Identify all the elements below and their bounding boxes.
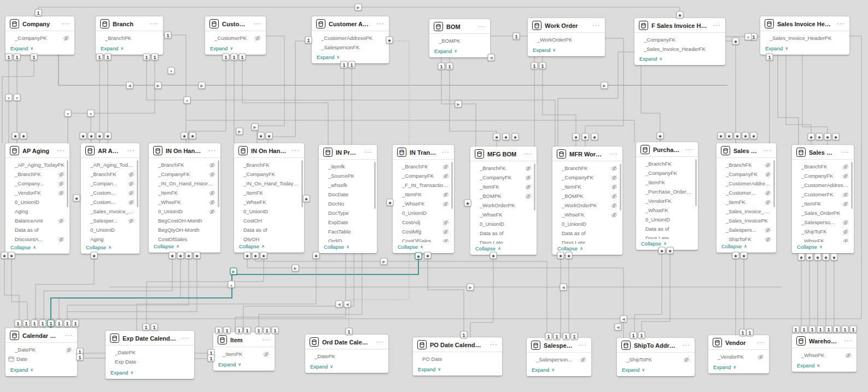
table-card-salesperson[interactable]: Salesperson···_Salesperson...Expand∨ <box>527 338 591 376</box>
collapse-toggle[interactable]: Collapse∧ <box>470 244 537 255</box>
model-canvas[interactable]: Company···_CompanyPKExpand∨Branch···_Bra… <box>0 0 868 392</box>
expand-toggle[interactable]: Expand∨ <box>617 365 695 376</box>
field-expdate[interactable]: ExpDate <box>319 218 377 227</box>
field-po-date[interactable]: PO Date <box>413 354 502 364</box>
hidden-eye-icon[interactable] <box>765 236 771 242</box>
relationship-line[interactable] <box>268 41 312 143</box>
field-f-in-transactionpk[interactable]: _F_IN_TransactionPK <box>393 180 454 190</box>
hidden-eye-icon[interactable] <box>765 227 771 233</box>
scrollbar-thumb[interactable] <box>218 160 219 207</box>
more-options-button[interactable]: ··· <box>684 148 694 152</box>
field-costadj[interactable]: CostAdj <box>393 218 454 227</box>
field-days-late[interactable]: Days Late <box>636 233 698 239</box>
field-compan[interactable]: _Compan... <box>81 179 139 188</box>
field-customeraddressfk[interactable]: _CustomerAddressFK <box>716 179 776 188</box>
table-card-customer[interactable]: Customer···_CustomerPKExpand∨ <box>205 16 266 55</box>
field-company[interactable]: _Company... <box>5 179 69 188</box>
field-0-unionid[interactable]: 0_UnionID <box>81 225 139 235</box>
field-itemfk[interactable]: _ItemFK <box>393 190 454 199</box>
field-companyfk[interactable]: _CompanyFK <box>470 173 537 182</box>
hidden-eye-icon[interactable] <box>442 173 449 179</box>
field-sales-invoicepk[interactable]: _Sales_InvoicePK <box>716 216 776 225</box>
field-vendorfk[interactable]: _VendorFK <box>636 196 698 206</box>
relationship-line[interactable] <box>543 56 576 147</box>
relationship-line[interactable] <box>802 55 828 145</box>
field-ap-aging-todaypk[interactable]: _AP_Aging_TodayPK <box>5 160 69 169</box>
hidden-eye-icon[interactable] <box>765 162 771 168</box>
table-card-bom[interactable]: BOM···_BOMPKExpand∨ <box>429 19 490 57</box>
more-options-button[interactable]: ··· <box>835 22 846 26</box>
collapse-toggle[interactable]: Collapse∧ <box>5 243 69 254</box>
collapse-toggle[interactable]: Collapse∧ <box>234 242 304 253</box>
field-shiptofk[interactable]: _ShipToFK <box>792 227 854 236</box>
table-card-sales-order[interactable]: Sales Order···_BranchFK_CompanyFK_Custom… <box>792 145 854 253</box>
table-card-vendor[interactable]: Vendor···_VendorPKExpand∨ <box>708 335 769 373</box>
hidden-eye-icon[interactable] <box>128 180 135 187</box>
relationship-line[interactable] <box>147 254 264 331</box>
field-sales-orderpk[interactable]: _Sales_OrderPK <box>792 208 854 218</box>
scrollbar-thumb[interactable] <box>534 163 535 210</box>
field-data-as-of[interactable]: Data as of <box>552 229 622 238</box>
more-options-button[interactable]: ··· <box>840 150 850 155</box>
table-card-sales-invoice[interactable]: Sales Invoice···_BranchFK_CompanyFK_Cust… <box>716 143 776 253</box>
table-card-in-on-hand-today[interactable]: IN On Hand Today···_BranchFK_CompanyFK_I… <box>234 143 304 253</box>
relationship-line[interactable] <box>428 254 464 337</box>
hidden-eye-icon[interactable] <box>442 201 449 207</box>
hidden-eye-icon[interactable] <box>209 199 215 206</box>
hidden-eye-icon[interactable] <box>842 191 849 198</box>
field-companyfk[interactable]: _CompanyFK <box>393 171 454 180</box>
more-options-button[interactable]: ··· <box>363 150 373 155</box>
field-data-as-of[interactable]: Data as of <box>5 225 69 235</box>
hidden-eye-icon[interactable] <box>525 193 532 200</box>
relationship-line[interactable] <box>470 254 493 337</box>
collapse-toggle[interactable]: Collapse∧ <box>319 242 377 253</box>
field-customeraddressfk[interactable]: _CustomerAddressFK <box>792 180 854 190</box>
hidden-eye-icon[interactable] <box>442 219 449 226</box>
table-card-company[interactable]: Company···_CompanyPKExpand∨ <box>5 16 74 55</box>
expand-toggle[interactable]: Expand∨ <box>527 365 591 376</box>
hidden-eye-icon[interactable] <box>580 356 586 363</box>
hidden-eye-icon[interactable] <box>525 174 532 181</box>
field-vendorfk[interactable]: _VendorFK <box>5 188 69 197</box>
expand-toggle[interactable]: Expand∨ <box>528 45 605 56</box>
field-qtyoh[interactable]: QtyOH <box>234 235 304 242</box>
relationship-line[interactable] <box>558 52 634 147</box>
field-whsefk[interactable]: _whsefk <box>319 180 377 190</box>
field-whsepk[interactable]: _WhsePK <box>792 350 857 360</box>
field-companyfk[interactable]: _CompanyFK <box>149 169 220 179</box>
field-whsefk[interactable]: _WhseFK <box>149 197 220 207</box>
relationship-line[interactable] <box>137 254 316 331</box>
relationship-line[interactable] <box>235 253 346 332</box>
table-card-warehouse[interactable]: Warehouse···_WhsePKExpand∨ <box>792 334 857 372</box>
field-branchpk[interactable]: _BranchPK <box>96 33 163 43</box>
field-itemfk[interactable]: _ItemFK <box>716 197 776 207</box>
hidden-eye-icon[interactable] <box>611 174 617 181</box>
hidden-eye-icon[interactable] <box>611 193 617 200</box>
hidden-eye-icon[interactable] <box>58 236 65 243</box>
collapse-toggle[interactable]: Collapse∧ <box>149 242 220 253</box>
hidden-eye-icon[interactable] <box>128 218 135 224</box>
more-options-button[interactable]: ··· <box>608 152 619 156</box>
more-options-button[interactable]: ··· <box>522 152 533 156</box>
collapse-toggle[interactable]: Collapse∧ <box>393 242 454 253</box>
field-facttable[interactable]: FactTable <box>319 227 377 236</box>
field-customer[interactable]: _Customer... <box>716 188 776 197</box>
hidden-eye-icon[interactable] <box>263 351 270 358</box>
field-0-unionid[interactable]: 0_UnionID <box>636 215 698 224</box>
table-card-mfr-work-order[interactable]: MFR Work Order···_BranchFK_CompanyFK_Ite… <box>552 147 622 255</box>
field-docno[interactable]: DocNo <box>319 199 377 208</box>
field-itemfk[interactable]: _ItemFK <box>792 199 854 208</box>
hidden-eye-icon[interactable] <box>842 163 849 170</box>
relationship-line[interactable] <box>725 41 736 143</box>
hidden-eye-icon[interactable] <box>442 191 449 198</box>
expand-toggle[interactable]: Expand∨ <box>213 360 275 371</box>
hidden-eye-icon[interactable] <box>58 180 65 187</box>
scrollbar-thumb[interactable] <box>374 162 376 209</box>
table-card-po-date-calendar-fiscal[interactable]: PO Date Calendar Fiscal···PO DateExpand∨ <box>413 337 502 376</box>
table-card-ord-date-calendar-fis[interactable]: Ord Date Calendar Fis...···_DatePKExpand… <box>305 335 388 373</box>
hidden-eye-icon[interactable] <box>63 35 69 42</box>
hidden-eye-icon[interactable] <box>525 165 532 172</box>
field-data-as-of[interactable]: Data as of <box>234 225 304 235</box>
hidden-eye-icon[interactable] <box>58 218 65 224</box>
field-workorderpk[interactable]: _WorkOrderPK <box>552 201 622 210</box>
